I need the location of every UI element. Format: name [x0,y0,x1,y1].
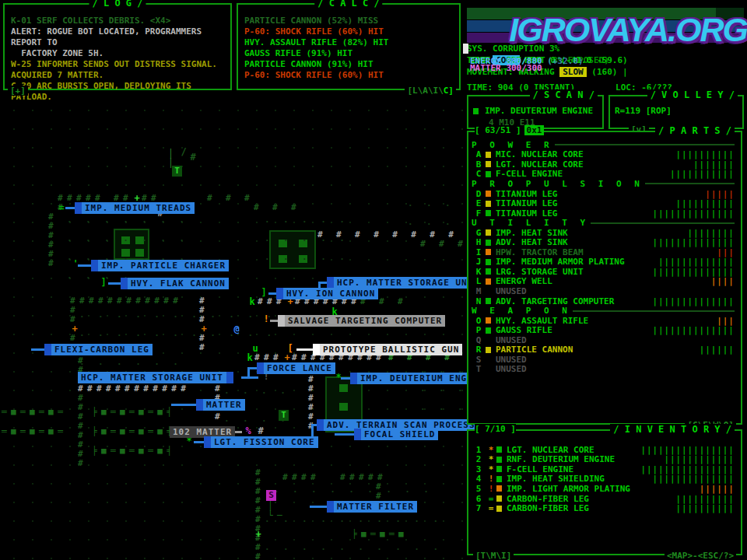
robot-glyph[interactable]: k [247,297,257,306]
label-cap [327,277,334,289]
inventory-row[interactable]: 7=Carbon-fiber Leg|||||||||| [472,503,739,513]
part-slot-key: D [472,189,486,199]
part-row[interactable]: ETitanium Leg|||||||||| [472,198,739,208]
machine-block [339,384,348,392]
calc-tab-switcher[interactable]: [L\A\I\C] [405,86,456,96]
map-item-label[interactable]: SALVAGE TARGETING COMPUTER [278,315,445,327]
part-row[interactable]: JImp. Medium Armor Plating||||||||||||| [472,257,739,268]
part-row[interactable]: LEnergy Well|||| [472,277,739,287]
log-title: / L O G / [89,0,146,9]
door-glyph[interactable]: + [254,530,263,539]
part-integrity-bars: ||||||||||| [670,170,739,178]
door-glyph[interactable]: + [70,324,79,334]
map-item-label[interactable]: PROTOTYPE BALLISTIC GUN [313,344,462,355]
part-row[interactable]: CF-Cell Engine||||||||||| [472,170,739,180]
section-rule [591,222,735,224]
part-row[interactable]: GImp. Heat Sink|||||||| [472,228,739,238]
inventory-row[interactable]: 6=Carbon-fiber Leg|||||||||| [472,494,739,504]
robot-glyph[interactable]: u [251,344,260,353]
part-row[interactable]: SUnused [472,355,739,365]
inventory-slot-key: 3 [472,464,486,474]
part-name: Titanium Leg [496,189,557,199]
part-row[interactable]: FTitanium Leg|||||||||||||| [472,208,739,219]
map-item-label[interactable]: FLEXI-CARBON LEG [44,344,153,355]
robot-glyph[interactable]: k [245,353,254,362]
label-text: MATTER [203,399,245,411]
part-slot-key: T [472,364,486,374]
inventory-header: [ 7/10 ] [475,424,516,434]
map-wall-run: . . . [420,384,467,394]
map-item-label[interactable]: MATTER FILTER [327,501,417,513]
part-row[interactable]: IHpw. Tractor Beam||| [472,247,739,257]
parts-volley-badge[interactable]: 0x1 [524,125,545,135]
calc-line: Particle Cannon (52%) Miss [244,16,453,26]
door-glyph[interactable]: + [282,353,292,362]
inventory-row[interactable]: 3*F-Cell Engine|||||||||||||||| [472,464,739,474]
part-integrity-bars: |||||||||| [676,150,739,159]
map-wall-run: . . . . . . . [67,234,188,243]
map-item-label[interactable]: LGT. FISSION CORE [204,436,318,448]
label-text: IMP. MEDIUM TREADS [82,202,195,214]
part-name: F-Cell Engine [496,169,563,179]
part-row[interactable]: TUnused [472,365,739,375]
map-item-label[interactable]: MATTER [196,399,245,411]
map-glyph[interactable]: ] [99,278,108,287]
calc-title: / C A L C / [314,0,382,9]
volley-panel: / V O L L E Y / R=119 [ROP] [v] [608,95,744,129]
part-row[interactable]: MUnused [472,286,739,296]
map-item-label[interactable]: IMP. MEDIUM TREADS [75,202,195,214]
map-glyph[interactable]: ] [259,288,268,297]
map-glyph[interactable]: ! [261,314,271,324]
machine-tile[interactable]: S [266,490,276,501]
part-row[interactable]: DTitanium Leg||||| [472,189,739,199]
part-slot-key: F [472,208,486,219]
part-row[interactable]: OHvy. Assault Rifle||| [472,316,739,326]
item-rating-square [496,495,502,502]
map-item-label[interactable]: FORCE LANCE [257,362,335,374]
part-name: Lgt. Nuclear Core [496,159,584,170]
part-row[interactable]: QUnused [472,335,739,345]
volley-range: R=119 [ROP] [610,96,742,125]
part-row[interactable]: KLrg. Storage Unit|||||||||||||| [472,267,739,277]
part-name: Unused [496,355,527,365]
map-item-label[interactable]: IMP. PARTICLE CHARGER [91,260,229,271]
part-integrity-bars: ||| [717,248,739,257]
log-expand-button[interactable]: [+] [8,86,28,96]
map-glyph[interactable]: % [244,426,253,436]
map-esc-shortcuts[interactable]: <MAP>-<ESC/?> [665,551,736,560]
matter-label: MATTER [470,63,501,73]
part-row[interactable]: HAdv. Heat Sink|||||||||||||| [472,237,739,247]
inventory-row[interactable]: 4!Imp. Heat Shielding|||||||||||||| [472,474,739,485]
part-row[interactable]: NAdv. Targeting Computer|||||||||||||| [472,296,739,306]
item-name: Imp. Heat Shielding [507,474,605,484]
calc-line: P-60: Shock Rifle (60%) Hit [244,26,453,37]
map-wall-run: # [199,343,209,352]
map-item-label[interactable]: HVY. ION CANNON [276,288,378,299]
machine-tile[interactable]: T [279,410,289,421]
inventory-row[interactable]: 2*Rnf. Deuterium Engine|||||||||||| [472,455,739,465]
part-row[interactable]: AMic. Nuclear Core|||||||||| [472,150,739,160]
part-row[interactable]: RParticle Cannon|||||| [472,345,739,355]
label-text: MATTER FILTER [334,501,417,513]
inventory-sort-switcher[interactable]: [T\M\I] [473,551,514,560]
door-glyph[interactable]: + [199,324,209,334]
machine-block [339,403,348,411]
machine-tile[interactable]: T [172,166,182,177]
item-type-glyph: * [486,454,496,464]
map-viewport[interactable]: ########## # #### # #######. . . . . . .… [0,93,467,560]
map-item-label[interactable]: HCP. MATTER STORAGE UNIT [78,372,233,383]
map-glyph[interactable]: ' [71,259,80,268]
map-item-label[interactable]: FOCAL SHIELD [354,429,438,440]
label-cap [91,260,98,271]
label-cap [276,288,283,299]
map-glyph: / [179,147,188,156]
inventory-row[interactable]: 5!Imp. Light Armor Plating|||||| [472,484,739,494]
item-integrity-bars: |||||||||| [676,504,739,513]
part-row[interactable]: BLgt. Nuclear Core||||||| [472,159,739,170]
part-row[interactable]: PGauss Rifle|||||||||||||| [472,325,739,335]
player-glyph[interactable]: @ [232,324,241,334]
scan-panel: / S C A N / Imp. Deuterium Engine 4 M10 … [467,95,604,129]
map-item-label[interactable]: HVY. FLAK CANNON [121,278,229,289]
map-item-label[interactable]: HCP. MATTER STORAGE UNIT [327,277,482,289]
inventory-row[interactable]: 1*Lgt. Nuclear Core|||||||||||||||| [472,445,739,455]
